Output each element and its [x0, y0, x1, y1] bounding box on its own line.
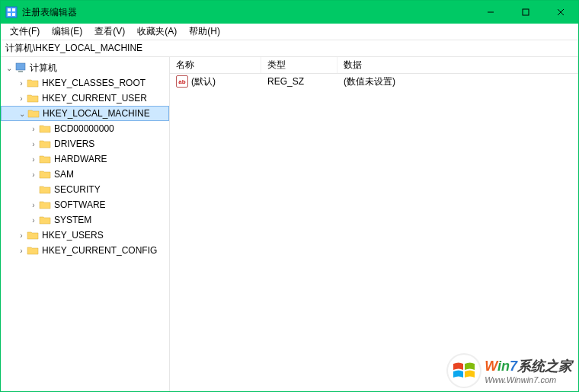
chevron-down-icon[interactable]: ⌄: [4, 64, 14, 72]
chevron-down-icon[interactable]: ⌄: [17, 110, 27, 118]
svg-rect-6: [523, 9, 529, 15]
chevron-right-icon[interactable]: ›: [28, 216, 39, 225]
value-name: (默认): [191, 75, 216, 88]
list-row[interactable]: ab(默认) REG_SZ (数值未设置): [170, 74, 578, 89]
menu-view[interactable]: 查看(V): [88, 24, 131, 40]
close-button[interactable]: [543, 1, 578, 24]
titlebar: 注册表编辑器: [1, 1, 578, 24]
tree-pane[interactable]: ⌄ 计算机 › HKEY_CLASSES_ROOT › HKEY_CURRENT…: [1, 57, 170, 391]
folder-icon: [39, 183, 51, 196]
tree-item-label: 计算机: [30, 62, 57, 75]
maximize-button[interactable]: [508, 1, 543, 24]
column-header-name[interactable]: 名称: [170, 57, 261, 73]
tree-item-label: HKEY_LOCAL_MACHINE: [43, 108, 150, 119]
addressbar[interactable]: 计算机\HKEY_LOCAL_MACHINE: [1, 40, 578, 57]
minimize-button[interactable]: [473, 1, 508, 24]
tree-item-label: DRIVERS: [54, 139, 94, 149]
tree-item[interactable]: ⌄ 计算机: [1, 60, 169, 75]
tree-item[interactable]: › SYSTEM: [1, 212, 169, 228]
svg-rect-4: [12, 13, 15, 16]
tree-item-label: HKEY_USERS: [42, 230, 104, 241]
folder-icon: [39, 138, 51, 150]
watermark: Win7系统之家 Www.Winwin7.com: [448, 355, 572, 387]
chevron-right-icon[interactable]: ›: [28, 140, 39, 148]
list-header: 名称 类型 数据: [170, 57, 578, 74]
tree-item-label: SYSTEM: [54, 215, 91, 225]
svg-rect-9: [16, 63, 25, 70]
folder-icon: [27, 229, 39, 241]
folder-icon: [39, 199, 51, 211]
tree-item-label: BCD00000000: [54, 123, 114, 134]
menubar: 文件(F) 编辑(E) 查看(V) 收藏夹(A) 帮助(H): [1, 24, 578, 40]
chevron-right-icon[interactable]: ›: [28, 171, 39, 179]
watermark-url: Www.Winwin7.com: [485, 375, 572, 384]
chevron-right-icon[interactable]: ›: [16, 94, 27, 103]
svg-rect-2: [12, 8, 15, 11]
tree-item[interactable]: › SAM: [1, 167, 169, 182]
chevron-right-icon[interactable]: ›: [16, 79, 27, 88]
main-area: ⌄ 计算机 › HKEY_CLASSES_ROOT › HKEY_CURRENT…: [1, 57, 578, 391]
computer-icon: [14, 62, 27, 74]
tree-item-label: SAM: [54, 169, 74, 180]
svg-rect-1: [8, 8, 11, 11]
tree-item[interactable]: › HARDWARE: [1, 151, 169, 167]
tree-item[interactable]: › HKEY_USERS: [1, 228, 169, 243]
watermark-brand: Win7系统之家: [485, 357, 572, 375]
value-type: REG_SZ: [261, 76, 337, 87]
tree-item-label: SECURITY: [54, 184, 101, 195]
column-header-data[interactable]: 数据: [337, 57, 578, 73]
folder-icon: [39, 168, 51, 180]
tree-item[interactable]: › HKEY_CLASSES_ROOT: [1, 75, 169, 91]
chevron-right-icon[interactable]: ›: [28, 125, 39, 133]
chevron-right-icon[interactable]: ›: [16, 247, 27, 255]
tree-item-label: HARDWARE: [54, 154, 107, 164]
folder-icon: [27, 92, 39, 104]
svg-rect-10: [18, 71, 23, 72]
windows-logo-icon: [448, 355, 480, 387]
tree-item-label: HKEY_CLASSES_ROOT: [42, 78, 146, 88]
tree-item-label: HKEY_CURRENT_CONFIG: [42, 245, 157, 256]
folder-icon: [27, 107, 40, 120]
menu-edit[interactable]: 编辑(E): [46, 24, 88, 40]
folder-icon: [39, 123, 51, 135]
window-title: 注册表编辑器: [22, 6, 473, 19]
folder-icon: [27, 77, 39, 89]
value-data: (数值未设置): [337, 75, 578, 88]
list-pane[interactable]: 名称 类型 数据 ab(默认) REG_SZ (数值未设置) Win7系统之家 …: [170, 57, 578, 391]
chevron-right-icon[interactable]: ›: [16, 231, 27, 240]
menu-favorites[interactable]: 收藏夹(A): [131, 24, 183, 40]
tree-item[interactable]: › DRIVERS: [1, 136, 169, 151]
folder-icon: [39, 214, 51, 226]
tree-item-label: HKEY_CURRENT_USER: [42, 93, 147, 104]
column-header-type[interactable]: 类型: [261, 57, 337, 73]
addressbar-path: 计算机\HKEY_LOCAL_MACHINE: [5, 42, 142, 55]
tree-item[interactable]: › HKEY_CURRENT_USER: [1, 91, 169, 106]
tree-item[interactable]: › BCD00000000: [1, 121, 169, 136]
tree-item[interactable]: SECURITY: [1, 182, 169, 197]
chevron-right-icon[interactable]: ›: [28, 155, 39, 164]
tree-item-label: SOFTWARE: [54, 199, 106, 210]
tree-item[interactable]: › HKEY_CURRENT_CONFIG: [1, 243, 169, 258]
app-icon: [5, 6, 18, 18]
svg-rect-3: [8, 13, 11, 16]
menu-help[interactable]: 帮助(H): [183, 24, 226, 40]
menu-file[interactable]: 文件(F): [4, 24, 46, 40]
tree-item[interactable]: ⌄ HKEY_LOCAL_MACHINE: [1, 106, 169, 121]
chevron-right-icon[interactable]: ›: [28, 201, 39, 209]
reg-string-icon: ab: [176, 75, 188, 88]
tree-item[interactable]: › SOFTWARE: [1, 197, 169, 212]
folder-icon: [39, 153, 51, 165]
folder-icon: [27, 244, 39, 257]
